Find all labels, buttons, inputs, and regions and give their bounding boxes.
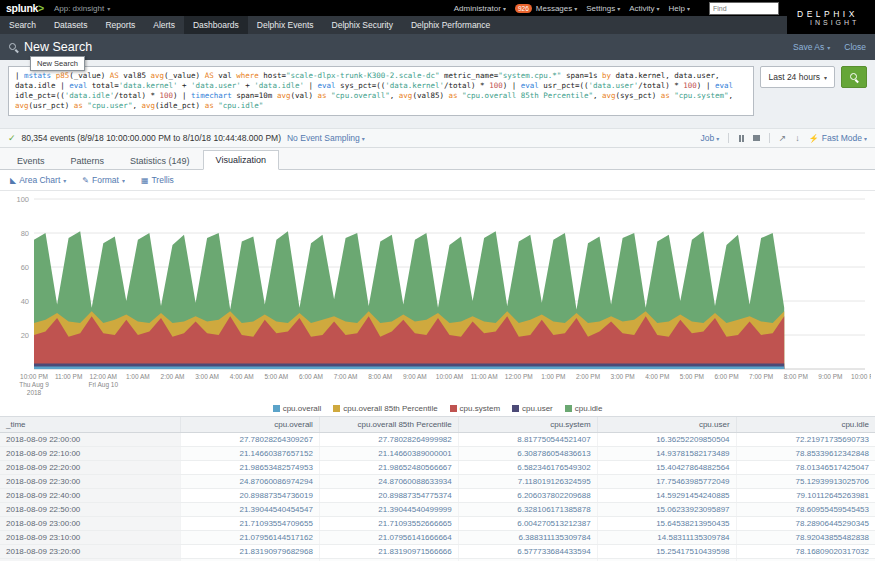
tab-statistics-149[interactable]: Statistics (149) [117,151,203,170]
value-cell[interactable]: 27.78028264999982 [319,433,458,447]
tab-patterns[interactable]: Patterns [58,151,118,170]
nav-item-delphix-security[interactable]: Delphix Security [323,16,402,34]
nav-item-delphix-events[interactable]: Delphix Events [248,16,323,34]
area-series-cpu-overall[interactable] [34,367,784,369]
column-header-cpu-user[interactable]: cpu.user [597,417,736,433]
value-cell[interactable]: 72.21971735690733 [736,433,875,447]
nav-item-alerts[interactable]: Alerts [144,16,184,34]
value-cell[interactable]: 78.92043855482838 [736,531,875,545]
time-cell[interactable]: 2018-08-09 22:30:00 [0,475,181,489]
value-cell[interactable]: 21.98653482574953 [181,461,320,475]
column-header-cpu-idle[interactable]: cpu.idle [736,417,875,433]
legend-item-cpu-idle[interactable]: cpu.idle [565,404,603,413]
value-cell[interactable]: 21.39044540499999 [319,503,458,517]
time-cell[interactable]: 2018-08-09 22:10:00 [0,447,181,461]
value-cell[interactable]: 79.10112645263981 [736,489,875,503]
legend-item-cpu-system[interactable]: cpu.system [450,404,500,413]
tab-events[interactable]: Events [4,151,58,170]
value-cell[interactable]: 21.98652480566667 [319,461,458,475]
value-cell[interactable]: 21.14660387657152 [181,447,320,461]
value-cell[interactable]: 14.93781582173489 [597,447,736,461]
export-button[interactable]: ↓ [795,133,800,143]
value-cell[interactable]: 6.388311135309784 [458,531,597,545]
nav-item-delphix-performance[interactable]: Delphix Performance [402,16,499,34]
format-menu[interactable]: ✎Format▾ [82,175,125,185]
event-sampling-dropdown[interactable]: No Event Sampling▾ [287,133,365,143]
splunk-logo[interactable]: splunk> [6,2,44,14]
value-cell[interactable]: 15.06233923095897 [597,503,736,517]
save-as-menu[interactable]: Save As▾ [793,42,830,52]
value-cell[interactable]: 78.16809020317032 [736,545,875,559]
value-cell[interactable]: 21.71093554709655 [181,517,320,531]
value-cell[interactable]: 78.01346517425047 [736,461,875,475]
time-cell[interactable]: 2018-08-09 23:10:00 [0,531,181,545]
topbar-menu-help[interactable]: Help▾ [669,4,690,13]
share-button[interactable]: ↗ [779,133,787,143]
time-cell[interactable]: 2018-08-09 23:00:00 [0,517,181,531]
close-button[interactable]: Close [844,42,866,52]
value-cell[interactable]: 24.87060088633934 [319,475,458,489]
time-cell[interactable]: 2018-08-09 22:00:00 [0,433,181,447]
search-submit-button[interactable] [841,66,867,88]
value-cell[interactable]: 6.577733684433594 [458,545,597,559]
value-cell[interactable]: 6.004270513212387 [458,517,597,531]
value-cell[interactable]: 6.582346176549302 [458,461,597,475]
value-cell[interactable]: 6.328106171385878 [458,503,597,517]
value-cell[interactable]: 20.89887354736019 [181,489,320,503]
topbar-menu-messages[interactable]: 926Messages▾ [515,4,577,13]
trellis-button[interactable]: ▦Trellis [141,175,174,185]
legend-item-cpu-user[interactable]: cpu.user [512,404,553,413]
value-cell[interactable]: 75.12939913025706 [736,475,875,489]
search-query-input[interactable]: | mstats p85(_value) AS val85 avg(_value… [8,66,754,116]
value-cell[interactable]: 78.85339612342848 [736,447,875,461]
value-cell[interactable]: 78.28906445290345 [736,517,875,531]
time-cell[interactable]: 2018-08-09 22:20:00 [0,461,181,475]
nav-item-reports[interactable]: Reports [96,16,144,34]
value-cell[interactable]: 14.59291454240885 [597,489,736,503]
value-cell[interactable]: 15.25417510439598 [597,545,736,559]
value-cell[interactable]: 21.71093552666665 [319,517,458,531]
tab-visualization[interactable]: Visualization [203,150,279,170]
value-cell[interactable]: 78.60955459545453 [736,503,875,517]
chart-type-picker[interactable]: ◣Area Chart▾ [10,175,66,185]
topbar-menu-administrator[interactable]: Administrator▾ [454,4,506,13]
value-cell[interactable]: 16.36252209850504 [597,433,736,447]
value-cell[interactable]: 6.206037802209688 [458,489,597,503]
value-cell[interactable]: 27.78028264309267 [181,433,320,447]
pause-button[interactable] [738,135,744,142]
value-cell[interactable]: 15.40427864882564 [597,461,736,475]
nav-item-datasets[interactable]: Datasets [45,16,97,34]
value-cell[interactable]: 14.58311135309784 [597,531,736,545]
column-header-time[interactable]: _time [0,417,181,433]
time-range-picker[interactable]: Last 24 hours▾ [760,66,835,88]
legend-item-cpu-overall-85th-percentile[interactable]: cpu.overall 85th Percentile [333,404,437,413]
nav-item-search[interactable]: Search [0,16,45,34]
legend-item-cpu-overall[interactable]: cpu.overall [273,404,322,413]
job-menu[interactable]: Job▾ [701,133,720,143]
value-cell[interactable]: 6.308786054836613 [458,447,597,461]
column-header-cpu-system[interactable]: cpu.system [458,417,597,433]
value-cell[interactable]: 21.14660389000001 [319,447,458,461]
column-header-cpu-overall-85th-percentile[interactable]: cpu.overall 85th Percentile [319,417,458,433]
time-cell[interactable]: 2018-08-09 22:50:00 [0,503,181,517]
find-input[interactable] [709,2,779,15]
value-cell[interactable]: 21.39044540454547 [181,503,320,517]
value-cell[interactable]: 20.89887354775374 [319,489,458,503]
time-cell[interactable]: 2018-08-09 22:40:00 [0,489,181,503]
value-cell[interactable]: 15.64538213950435 [597,517,736,531]
value-cell[interactable]: 21.07956141666664 [319,531,458,545]
search-mode-menu[interactable]: ⚡Fast Mode▾ [809,133,867,143]
topbar-menu-settings[interactable]: Settings▾ [586,4,620,13]
column-header-cpu-overall[interactable]: cpu.overall [181,417,320,433]
time-cell[interactable]: 2018-08-09 23:20:00 [0,545,181,559]
value-cell[interactable]: 21.83190979682968 [181,545,320,559]
value-cell[interactable]: 8.817750544521407 [458,433,597,447]
topbar-menu-activity[interactable]: Activity▾ [629,4,659,13]
value-cell[interactable]: 24.87060086974294 [181,475,320,489]
app-menu[interactable]: App: dxinsight▾ [54,4,110,13]
value-cell[interactable]: 7.118019126324595 [458,475,597,489]
nav-item-dashboards[interactable]: Dashboards [184,16,248,34]
stop-button[interactable] [753,135,760,142]
cpu-usage-area-chart[interactable]: 2040608010010:00 PMThu Aug 9201811:00 PM… [4,193,871,399]
value-cell[interactable]: 17.75463985772049 [597,475,736,489]
